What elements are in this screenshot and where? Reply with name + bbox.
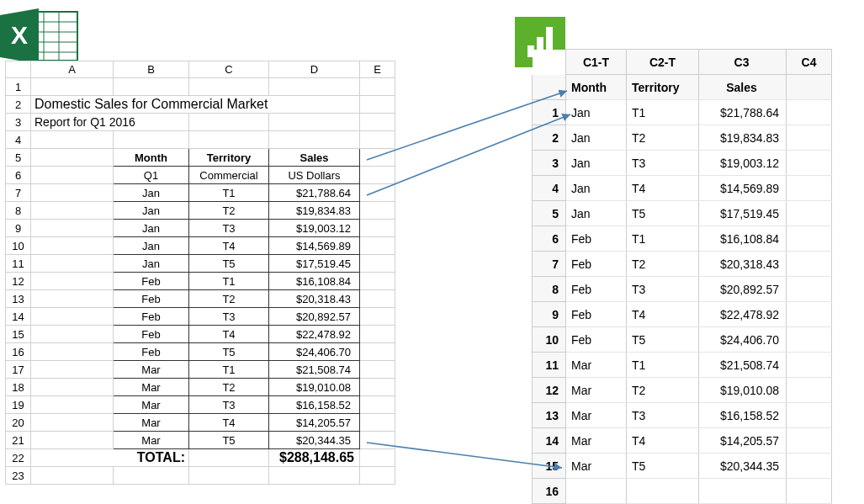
r-row-header[interactable]: 1 (533, 100, 566, 125)
r-cell-sales[interactable]: $22,478.92 (699, 302, 787, 327)
r-col-c1[interactable]: C1-T (566, 50, 627, 75)
table-row[interactable]: 17MarT1$21,508.74 (6, 361, 395, 379)
r-cell-month[interactable]: Jan (566, 201, 627, 226)
r-cell-month[interactable]: Mar (566, 454, 627, 479)
r-cell-sales[interactable]: $14,569.89 (699, 176, 787, 201)
cell-territory[interactable]: T2 (189, 379, 269, 396)
cell-territory[interactable]: T4 (189, 326, 269, 343)
table-row[interactable]: 9JanT3$19,003.12 (6, 220, 395, 237)
table-row[interactable]: 10FebT5$24,406.70 (533, 327, 832, 353)
r-cell-sales[interactable]: $19,003.12 (699, 151, 787, 176)
cell-month[interactable]: Jan (114, 237, 189, 255)
r-row-header[interactable]: 6 (533, 226, 566, 252)
r-cell-month[interactable]: Feb (566, 327, 627, 353)
col-header-d[interactable]: D (269, 61, 360, 78)
r-cell-month[interactable]: Jan (566, 151, 627, 176)
excel-spreadsheet[interactable]: A B C D E 1 2Domestic Sales for Commerci… (5, 61, 395, 485)
cell-territory[interactable]: T3 (189, 308, 269, 326)
row-header[interactable]: 21 (6, 432, 31, 449)
r-cell-month[interactable]: Mar (566, 403, 627, 428)
cell-sales[interactable]: $21,788.64 (269, 184, 360, 202)
table-row[interactable]: 12MarT2$19,010.08 (533, 378, 832, 403)
row-header[interactable]: 22 (6, 449, 31, 467)
cell-sales[interactable]: $14,205.57 (269, 414, 360, 432)
cell-month[interactable]: Feb (114, 326, 189, 343)
col-header-c[interactable]: C (189, 61, 269, 78)
cell-sales[interactable]: $19,834.83 (269, 202, 360, 220)
cell-sales[interactable]: $24,406.70 (269, 343, 360, 361)
th-month[interactable]: Month (114, 149, 189, 167)
row-header[interactable]: 18 (6, 379, 31, 396)
row-header[interactable]: 9 (6, 220, 31, 237)
cell-month[interactable]: Jan (114, 220, 189, 237)
cell-sales[interactable]: $21,508.74 (269, 361, 360, 379)
cell-sales[interactable]: $16,108.84 (269, 273, 360, 290)
cell-month[interactable]: Feb (114, 290, 189, 308)
cell-territory[interactable]: T2 (189, 202, 269, 220)
r-row-header[interactable]: 11 (533, 353, 566, 378)
r-cell-territory[interactable]: T4 (627, 302, 699, 327)
r-row-header[interactable]: 13 (533, 403, 566, 428)
r-row-header[interactable]: 9 (533, 302, 566, 327)
r-sub-territory[interactable]: Territory (627, 75, 699, 100)
r-cell-territory[interactable]: T5 (627, 454, 699, 479)
cell-month[interactable]: Mar (114, 414, 189, 432)
cell-territory[interactable]: T1 (189, 184, 269, 202)
row-header[interactable]: 3 (6, 114, 31, 131)
table-row[interactable]: 7JanT1$21,788.64 (6, 184, 395, 202)
row-header[interactable]: 7 (6, 184, 31, 202)
table-row[interactable]: 16FebT5$24,406.70 (6, 343, 395, 361)
title-cell[interactable]: Domestic Sales for Commercial Market (31, 96, 360, 114)
r-cell-month[interactable]: Mar (566, 378, 627, 403)
r-cell-sales[interactable]: $21,788.64 (699, 100, 787, 125)
table-row[interactable]: 11JanT5$17,519.45 (6, 255, 395, 273)
total-value[interactable]: $288,148.65 (269, 449, 360, 467)
row-header[interactable]: 14 (6, 308, 31, 326)
r-cell-month[interactable]: Feb (566, 277, 627, 302)
table-row[interactable]: 1JanT1$21,788.64 (533, 100, 832, 125)
row-header[interactable]: 17 (6, 361, 31, 379)
r-cell-territory[interactable]: T4 (627, 176, 699, 201)
cell-month[interactable]: Jan (114, 255, 189, 273)
table-row[interactable]: 6FebT1$16,108.84 (533, 226, 832, 252)
row-header[interactable]: 10 (6, 237, 31, 255)
r-col-c4[interactable]: C4 (787, 50, 832, 75)
table-row[interactable]: 11MarT1$21,508.74 (533, 353, 832, 378)
r-cell-month[interactable]: Jan (566, 100, 627, 125)
r-cell-sales[interactable]: $19,010.08 (699, 378, 787, 403)
r-row-header[interactable]: 15 (533, 454, 566, 479)
r-cell-sales[interactable]: $21,508.74 (699, 353, 787, 378)
cell-territory[interactable]: T1 (189, 361, 269, 379)
cell-month[interactable]: Mar (114, 379, 189, 396)
r-cell-sales[interactable]: $14,205.57 (699, 428, 787, 454)
r-cell-sales[interactable]: $20,318.43 (699, 252, 787, 277)
row-header[interactable]: 23 (6, 467, 31, 485)
cell-month[interactable]: Mar (114, 361, 189, 379)
table-row[interactable]: 15FebT4$22,478.92 (6, 326, 395, 343)
table-row[interactable]: 12FebT1$16,108.84 (6, 273, 395, 290)
r-cell-month[interactable]: Jan (566, 125, 627, 151)
table-row[interactable]: 13MarT3$16,158.52 (533, 403, 832, 428)
r-cell-territory[interactable]: T5 (627, 327, 699, 353)
table-row[interactable]: 14FebT3$20,892.57 (6, 308, 395, 326)
cell-territory[interactable]: T1 (189, 273, 269, 290)
r-row-header[interactable]: 4 (533, 176, 566, 201)
th-sales[interactable]: Sales (269, 149, 360, 167)
row-header[interactable]: 5 (6, 149, 31, 167)
r-cell-month[interactable]: Mar (566, 353, 627, 378)
r-cell-territory[interactable]: T3 (627, 151, 699, 176)
r-cell-sales[interactable]: $20,892.57 (699, 277, 787, 302)
r-cell-territory[interactable]: T3 (627, 403, 699, 428)
th-territory[interactable]: Territory (189, 149, 269, 167)
table-row[interactable]: 8FebT3$20,892.57 (533, 277, 832, 302)
row-header[interactable]: 12 (6, 273, 31, 290)
cell-territory[interactable]: T5 (189, 432, 269, 449)
cell-territory[interactable]: T2 (189, 290, 269, 308)
cell-month[interactable]: Jan (114, 202, 189, 220)
row-header[interactable]: 13 (6, 290, 31, 308)
r-sub-sales[interactable]: Sales (699, 75, 787, 100)
table-row[interactable]: 14MarT4$14,205.57 (533, 428, 832, 454)
cell-month[interactable]: Feb (114, 308, 189, 326)
r-cell-sales[interactable]: $19,834.83 (699, 125, 787, 151)
table-row[interactable]: 15MarT5$20,344.35 (533, 454, 832, 479)
